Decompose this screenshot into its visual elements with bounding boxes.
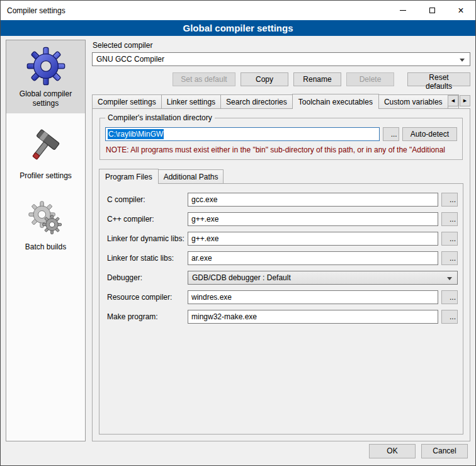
install-dir-browse-button[interactable]: ... — [383, 127, 399, 141]
form-row-make-program: Make program: mingw32-make.exe ... — [107, 310, 458, 324]
install-dir-value: C:\raylib\MinGW — [108, 129, 164, 139]
tab-scroll-arrows: ◀ ▶ — [448, 95, 470, 106]
compiler-actions: Set as default Copy Rename Delete Reset … — [92, 72, 470, 86]
static-linker-input[interactable]: ar.exe — [188, 251, 438, 265]
reset-defaults-button[interactable]: Reset defaults — [407, 72, 470, 86]
bin-subdirectory-note: NOTE: All programs must exist either in … — [106, 145, 456, 154]
resource-compiler-value: windres.exe — [191, 293, 232, 302]
tab-scroll-right-button[interactable]: ▶ — [460, 95, 470, 106]
dialog-header: Global compiler settings — [1, 20, 475, 36]
sidebar-item-label: Profiler settings — [20, 171, 72, 181]
form-row-debugger: Debugger: GDB/CDB debugger : Default — [107, 271, 458, 285]
compiler-select-value: GNU GCC Compiler — [96, 55, 164, 64]
gray-gears-icon — [27, 201, 65, 239]
settings-tabstrip: Compiler settings Linker settings Search… — [92, 94, 470, 108]
sidebar-item-batch-builds[interactable]: Batch builds — [6, 195, 85, 257]
subtab-additional-paths[interactable]: Additional Paths — [158, 169, 224, 183]
static-linker-browse-button[interactable]: ... — [441, 251, 458, 265]
rename-button[interactable]: Rename — [293, 72, 341, 86]
cpp-compiler-browse-button[interactable]: ... — [441, 212, 458, 226]
profiler-hammer-icon — [28, 128, 64, 168]
resource-compiler-input[interactable]: windres.exe — [188, 290, 438, 304]
subtab-program-files[interactable]: Program Files — [99, 169, 159, 184]
debugger-label: Debugger: — [107, 273, 188, 282]
program-files-panel: C compiler: gcc.exe ... C++ compiler: g+… — [99, 183, 463, 435]
selected-compiler-label: Selected compiler — [93, 41, 470, 50]
settings-category-sidebar: Global compiler settings Profiler settin… — [6, 40, 86, 441]
static-linker-value: ar.exe — [191, 254, 212, 263]
chevron-down-icon — [460, 59, 465, 62]
make-program-label: Make program: — [107, 312, 188, 321]
close-button[interactable]: × — [446, 1, 475, 20]
make-program-value: mingw32-make.exe — [191, 312, 257, 321]
cpp-compiler-value: g++.exe — [191, 215, 218, 224]
programs-tabstrip: Program Files Additional Paths — [99, 169, 463, 183]
install-dir-group-title: Compiler's installation directory — [105, 113, 215, 122]
install-dir-input[interactable]: C:\raylib\MinGW — [105, 127, 380, 141]
tab-linker-settings[interactable]: Linker settings — [161, 94, 221, 108]
window-controls: × — [388, 1, 475, 20]
tab-search-directories[interactable]: Search directories — [220, 94, 293, 108]
blue-gear-icon — [26, 47, 65, 86]
cpp-compiler-input[interactable]: g++.exe — [188, 212, 438, 226]
form-row-static-linker: Linker for static libs: ar.exe ... — [107, 251, 458, 265]
spacer — [6, 186, 85, 195]
make-program-input[interactable]: mingw32-make.exe — [188, 310, 438, 324]
c-compiler-label: C compiler: — [107, 195, 188, 204]
dynamic-linker-input[interactable]: g++.exe — [188, 232, 438, 246]
tab-scroll-left-button[interactable]: ◀ — [448, 95, 458, 106]
ok-button[interactable]: OK — [369, 444, 416, 458]
close-icon: × — [458, 6, 463, 16]
install-dir-groupbox: Compiler's installation directory C:\ray… — [99, 118, 463, 160]
debugger-select-value: GDB/CDB debugger : Default — [192, 273, 291, 282]
form-row-dynamic-linker: Linker for dynamic libs: g++.exe ... — [107, 232, 458, 246]
sidebar-item-label: Batch builds — [25, 242, 66, 252]
c-compiler-browse-button[interactable]: ... — [441, 193, 458, 207]
c-compiler-value: gcc.exe — [191, 195, 217, 204]
sidebar-item-label: Global compiler settings — [8, 89, 83, 108]
dialog-body: Global compiler settings Profiler settin… — [1, 36, 475, 441]
delete-button[interactable]: Delete — [346, 72, 394, 86]
compiler-settings-window: Compiler settings × Global compiler sett… — [0, 0, 476, 466]
tab-custom-variables[interactable]: Custom variables — [378, 94, 448, 108]
cancel-button[interactable]: Cancel — [421, 444, 468, 458]
dynamic-linker-label: Linker for dynamic libs: — [107, 234, 188, 243]
auto-detect-button[interactable]: Auto-detect — [402, 127, 457, 141]
window-title: Compiler settings — [1, 6, 65, 15]
dynamic-linker-value: g++.exe — [191, 234, 218, 243]
main-content: Selected compiler GNU GCC Compiler Set a… — [92, 40, 470, 441]
set-as-default-button[interactable]: Set as default — [173, 72, 235, 86]
chevron-down-icon — [447, 277, 452, 280]
compiler-select[interactable]: GNU GCC Compiler — [92, 52, 470, 66]
resource-compiler-browse-button[interactable]: ... — [441, 290, 458, 304]
spacer — [6, 113, 85, 122]
maximize-icon — [429, 8, 435, 13]
static-linker-label: Linker for static libs: — [107, 254, 188, 263]
copy-button[interactable]: Copy — [241, 72, 288, 86]
sidebar-item-profiler-settings[interactable]: Profiler settings — [6, 122, 85, 186]
debugger-select[interactable]: GDB/CDB debugger : Default — [188, 271, 458, 285]
sidebar-item-global-compiler-settings[interactable]: Global compiler settings — [6, 40, 85, 113]
resource-compiler-label: Resource compiler: — [107, 293, 188, 302]
c-compiler-input[interactable]: gcc.exe — [188, 193, 438, 207]
tab-toolchain-executables[interactable]: Toolchain executables — [292, 94, 379, 109]
install-dir-row: C:\raylib\MinGW ... Auto-detect — [105, 127, 457, 141]
form-row-c-compiler: C compiler: gcc.exe ... — [107, 193, 458, 207]
titlebar: Compiler settings × — [1, 1, 475, 20]
form-row-cpp-compiler: C++ compiler: g++.exe ... — [107, 212, 458, 226]
minimize-button[interactable] — [388, 1, 417, 20]
toolchain-panel: Compiler's installation directory C:\ray… — [92, 108, 470, 441]
dynamic-linker-browse-button[interactable]: ... — [441, 232, 458, 246]
maximize-button[interactable] — [417, 1, 446, 20]
dialog-footer: OK Cancel — [1, 441, 475, 465]
form-row-resource-compiler: Resource compiler: windres.exe ... — [107, 290, 458, 304]
make-program-browse-button[interactable]: ... — [441, 310, 458, 324]
minimize-icon — [400, 10, 406, 11]
cpp-compiler-label: C++ compiler: — [107, 215, 188, 224]
tab-compiler-settings[interactable]: Compiler settings — [92, 94, 162, 108]
